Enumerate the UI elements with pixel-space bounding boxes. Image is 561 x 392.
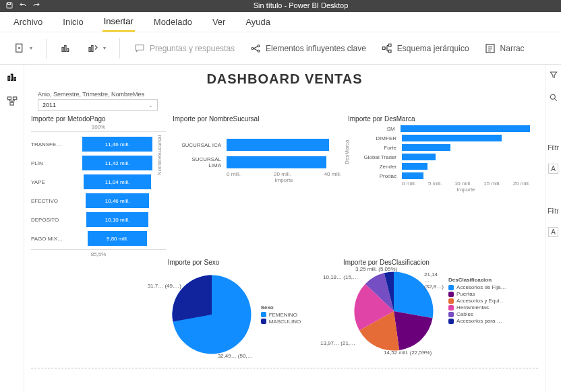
svg-rect-15 bbox=[8, 76, 9, 80]
category-label: Forte bbox=[355, 145, 399, 151]
page-title: DASHBOARD VENTAS bbox=[31, 71, 538, 87]
svg-rect-16 bbox=[11, 74, 12, 80]
data-label: 10,18… (15,… bbox=[323, 274, 358, 280]
viz-bar-sucursal[interactable]: Importe por NombreSucursal NombreSucursa… bbox=[173, 115, 341, 257]
ribbon-esquema-label: Esquema jerárquico bbox=[397, 44, 469, 53]
category-label: EFECTIVO bbox=[31, 198, 65, 204]
bar-row: SUCURSAL LIMA bbox=[179, 154, 341, 171]
tab-archivo[interactable]: Archivo bbox=[12, 13, 44, 31]
tick-label: 20 mill. bbox=[513, 181, 530, 187]
ribbon-more-visuals[interactable]: ▾ bbox=[83, 40, 110, 57]
viz-funnel-metodopago[interactable]: Importe por MetodoPago 100% TRANSFER… 11… bbox=[31, 115, 166, 257]
svg-rect-13 bbox=[388, 50, 391, 53]
legend-label: Accesorios de Fija… bbox=[456, 284, 506, 290]
slicer-dropdown[interactable]: 2011 ⌄ bbox=[38, 99, 158, 111]
funnel-bar: 11,46 mill. bbox=[82, 137, 152, 152]
legend-label: Accesorios para … bbox=[456, 318, 502, 324]
filter-card[interactable]: A bbox=[548, 227, 558, 237]
legend-label: Herramientas bbox=[456, 304, 489, 311]
tick-label: 0 mill. bbox=[402, 181, 416, 187]
right-panel: Filtr A Filtr A bbox=[545, 65, 561, 392]
category-label: PAGO MIX… bbox=[31, 236, 65, 242]
viz-pie-sexo[interactable]: Importe por Sexo 31,7… (49,…) 32,49… (50… bbox=[168, 259, 336, 362]
filter-card[interactable]: A bbox=[548, 164, 558, 174]
bar bbox=[402, 135, 502, 141]
viz-pie-clasificacion[interactable]: Importe por DesClasificacion 3,25 mill. … bbox=[343, 259, 538, 362]
category-label: SUCURSAL LIMA bbox=[179, 156, 224, 168]
tick-label: 0 mill. bbox=[227, 171, 241, 177]
viz-title: Importe por DesClasificacion bbox=[343, 259, 538, 266]
legend-label: MASCULINO bbox=[269, 319, 301, 325]
undo-icon[interactable] bbox=[19, 1, 27, 11]
bar-row: Global Trader bbox=[355, 152, 530, 162]
filters-pane-label[interactable]: Filtr bbox=[548, 207, 559, 215]
ribbon-key-influencers[interactable]: Elementos influyentes clave bbox=[245, 40, 370, 57]
svg-rect-6 bbox=[89, 47, 90, 51]
data-label: 3,25 mill. (5,05%) bbox=[355, 266, 397, 272]
viz-title: Importe por NombreSucursal bbox=[173, 115, 341, 123]
legend-label: Puertas bbox=[456, 291, 475, 297]
legend-swatch bbox=[448, 292, 454, 297]
x-axis-label: Importe bbox=[402, 187, 530, 193]
svg-rect-1 bbox=[8, 3, 11, 5]
x-axis-ticks: 0 mill.5 mill.10 mill.15 mill.20 mill. bbox=[402, 181, 530, 187]
legend-swatch bbox=[261, 312, 266, 317]
report-canvas[interactable]: DASHBOARD VENTAS Anio, Semestre, Trimest… bbox=[24, 65, 545, 392]
tab-insertar[interactable]: Insertar bbox=[102, 12, 135, 32]
bar-row: SM bbox=[355, 124, 530, 133]
tab-inicio[interactable]: Inicio bbox=[61, 13, 84, 31]
svg-rect-18 bbox=[7, 97, 11, 100]
ribbon-narracion-label: Narrac bbox=[500, 44, 525, 53]
legend-swatch bbox=[448, 285, 454, 290]
tab-ver[interactable]: Ver bbox=[211, 13, 227, 31]
report-view-icon[interactable] bbox=[5, 70, 19, 84]
funnel-bar: 11,04 mill. bbox=[84, 174, 151, 189]
page-separator bbox=[31, 367, 538, 368]
ribbon-decomposition-tree[interactable]: Esquema jerárquico bbox=[377, 40, 473, 57]
legend-item: MASCULINO bbox=[261, 319, 301, 325]
model-view-icon[interactable] bbox=[5, 94, 19, 108]
ribbon-qna-label: Preguntas y respuestas bbox=[150, 44, 235, 53]
data-label: 31,7… (49,…) bbox=[148, 283, 181, 289]
legend-title: Sexo bbox=[261, 304, 301, 311]
tab-ayuda[interactable]: Ayuda bbox=[244, 13, 272, 31]
app-title: Sin título - Power BI Desktop bbox=[40, 1, 561, 9]
tab-modelado[interactable]: Modelado bbox=[152, 13, 194, 31]
legend-title: DesClasificacion bbox=[448, 277, 506, 283]
redo-icon[interactable] bbox=[32, 1, 40, 11]
svg-point-10 bbox=[258, 50, 260, 52]
search-icon[interactable] bbox=[549, 93, 558, 104]
ribbon-qna[interactable]: Preguntas y respuestas bbox=[129, 40, 239, 57]
ribbon-visual[interactable] bbox=[56, 40, 76, 57]
filter-icon[interactable] bbox=[549, 70, 558, 81]
bar-row: DIMFER bbox=[355, 133, 530, 143]
tick-label: 15 mill. bbox=[483, 181, 500, 187]
funnel-row: DEPOSITO 10,10 mill. bbox=[31, 210, 166, 229]
ribbon-narrative[interactable]: Narrac bbox=[480, 40, 529, 57]
category-label: PLIN bbox=[31, 160, 65, 166]
slicer-header: Anio, Semestre, Trimestre, NombreMes bbox=[38, 91, 538, 98]
slicer[interactable]: Anio, Semestre, Trimestre, NombreMes 201… bbox=[38, 91, 538, 111]
y-axis-label: NombreSucursal bbox=[156, 135, 163, 175]
filters-pane-label[interactable]: Filtr bbox=[548, 144, 559, 152]
bar bbox=[402, 172, 423, 179]
ribbon-new-page[interactable]: ▾ bbox=[9, 40, 36, 57]
y-axis-label: DesMarca bbox=[344, 140, 350, 164]
legend-swatch bbox=[448, 298, 454, 304]
left-rail bbox=[0, 65, 24, 392]
data-label: 21,14 … (32,8…) bbox=[424, 271, 444, 290]
funnel-bar: 10,10 mill. bbox=[86, 212, 148, 227]
svg-point-8 bbox=[252, 47, 254, 49]
legend-label: FEMENINO bbox=[269, 312, 297, 318]
legend-swatch bbox=[448, 319, 454, 324]
svg-rect-5 bbox=[67, 48, 69, 52]
data-label: 13,97… (21,… bbox=[320, 340, 355, 346]
funnel-bar: 10,46 mill. bbox=[86, 193, 150, 208]
legend-swatch bbox=[448, 305, 454, 311]
menubar: Archivo Inicio Insertar Modelado Ver Ayu… bbox=[0, 12, 561, 32]
save-icon[interactable] bbox=[5, 1, 13, 11]
funnel-row: EFECTIVO 10,46 mill. bbox=[31, 191, 166, 210]
viz-bar-marca[interactable]: Importe por DesMarca DesMarca SM DIMFER … bbox=[348, 115, 530, 257]
funnel-top-percent: 100% bbox=[31, 124, 166, 130]
legend-item: Cables bbox=[448, 311, 506, 317]
